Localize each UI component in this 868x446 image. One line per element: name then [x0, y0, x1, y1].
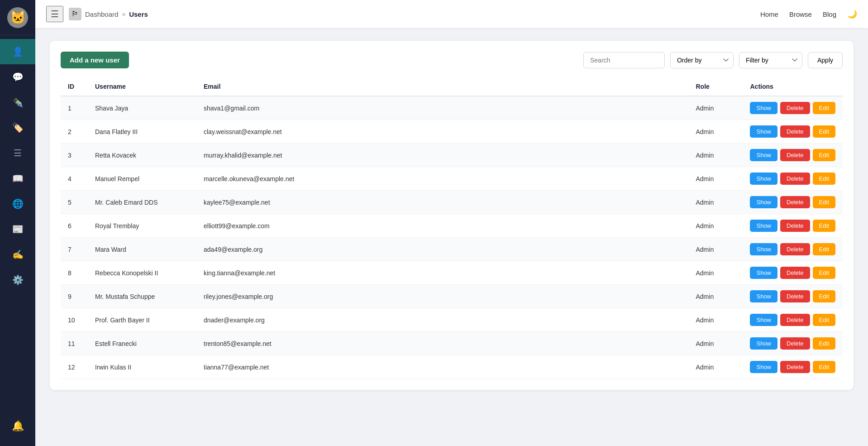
- sidebar-item-news[interactable]: 📰: [0, 216, 35, 242]
- show-button[interactable]: Show: [750, 102, 777, 114]
- edit-button[interactable]: Edit: [813, 125, 835, 138]
- delete-button[interactable]: Delete: [780, 125, 810, 138]
- globe-icon: 🌐: [12, 198, 24, 209]
- show-button[interactable]: Show: [750, 361, 777, 373]
- list-icon: ☰: [14, 148, 22, 158]
- topbar-left: ☰ 🏳 Dashboard » Users: [46, 6, 148, 22]
- show-button[interactable]: Show: [750, 337, 777, 350]
- avatar[interactable]: 🐱: [7, 7, 28, 28]
- cell-username: Dana Flatley III: [88, 120, 196, 144]
- edit-button[interactable]: Edit: [813, 149, 835, 161]
- breadcrumb: 🏳 Dashboard » Users: [69, 8, 148, 20]
- delete-button[interactable]: Delete: [780, 196, 810, 208]
- cell-id: 9: [61, 285, 88, 308]
- show-button[interactable]: Show: [750, 196, 777, 208]
- cell-email: trenton85@example.net: [196, 332, 688, 355]
- apply-button[interactable]: Apply: [808, 52, 843, 68]
- table-row: 2 Dana Flatley III clay.weissnat@example…: [61, 120, 843, 144]
- table-row: 9 Mr. Mustafa Schuppe riley.jones@exampl…: [61, 285, 843, 308]
- show-button[interactable]: Show: [750, 149, 777, 161]
- col-header-id: ID: [61, 77, 88, 96]
- filter-by-select[interactable]: Filter by: [739, 52, 802, 68]
- alert-icon: 🔔: [12, 420, 24, 432]
- delete-button[interactable]: Delete: [780, 337, 810, 350]
- table-row: 8 Rebecca Konopelski II king.tianna@exam…: [61, 261, 843, 285]
- edit-button[interactable]: Edit: [813, 102, 835, 114]
- cell-actions: Show Delete Edit: [743, 261, 843, 285]
- show-button[interactable]: Show: [750, 243, 777, 255]
- nav-home[interactable]: Home: [760, 10, 778, 18]
- delete-button[interactable]: Delete: [780, 173, 810, 185]
- edit-button[interactable]: Edit: [813, 173, 835, 185]
- cell-username: Mr. Caleb Emard DDS: [88, 191, 196, 214]
- cell-role: Admin: [688, 308, 743, 332]
- sidebar-item-settings[interactable]: ⚙️: [0, 267, 35, 293]
- sidebar-item-message[interactable]: 💬: [0, 64, 35, 90]
- cell-role: Admin: [688, 96, 743, 120]
- delete-button[interactable]: Delete: [780, 290, 810, 302]
- cell-email: kaylee75@example.net: [196, 191, 688, 214]
- sidebar-item-list[interactable]: ☰: [0, 140, 35, 166]
- main-area: ☰ 🏳 Dashboard » Users Home Browse Blog 🌙…: [35, 0, 868, 446]
- cell-role: Admin: [688, 214, 743, 238]
- nav-blog[interactable]: Blog: [823, 10, 836, 18]
- toolbar: Add a new user Order by Filter by Apply: [61, 52, 843, 68]
- cell-email: king.tianna@example.net: [196, 261, 688, 285]
- sidebar-item-user[interactable]: 👤: [0, 39, 35, 64]
- edit-button[interactable]: Edit: [813, 314, 835, 326]
- cell-email: shava1@gmail.com: [196, 96, 688, 120]
- breadcrumb-dashboard: Dashboard: [85, 10, 118, 18]
- sidebar: 🐱 👤 💬 ✒️ 🏷️ ☰ 📖 🌐 📰 ✍️ ⚙️: [0, 0, 35, 446]
- message-icon: 💬: [12, 72, 24, 82]
- dark-mode-toggle[interactable]: 🌙: [847, 9, 857, 19]
- cell-email: tianna77@example.net: [196, 355, 688, 379]
- cell-actions: Show Delete Edit: [743, 120, 843, 144]
- edit-button[interactable]: Edit: [813, 267, 835, 279]
- table-body: 1 Shava Jaya shava1@gmail.com Admin Show…: [61, 96, 843, 379]
- delete-button[interactable]: Delete: [780, 102, 810, 114]
- sidebar-nav: 👤 💬 ✒️ 🏷️ ☰ 📖 🌐 📰 ✍️ ⚙️: [0, 35, 35, 293]
- cell-actions: Show Delete Edit: [743, 308, 843, 332]
- cell-actions: Show Delete Edit: [743, 214, 843, 238]
- edit-button[interactable]: Edit: [813, 337, 835, 350]
- show-button[interactable]: Show: [750, 125, 777, 138]
- add-user-button[interactable]: Add a new user: [61, 52, 129, 68]
- delete-button[interactable]: Delete: [780, 267, 810, 279]
- col-header-actions: Actions: [743, 77, 843, 96]
- delete-button[interactable]: Delete: [780, 220, 810, 232]
- col-header-role: Role: [688, 77, 743, 96]
- edit-button[interactable]: Edit: [813, 290, 835, 302]
- hamburger-button[interactable]: ☰: [46, 6, 63, 22]
- search-input[interactable]: [583, 52, 665, 68]
- nav-browse[interactable]: Browse: [789, 10, 812, 18]
- sidebar-item-tag[interactable]: 🏷️: [0, 115, 35, 140]
- delete-button[interactable]: Delete: [780, 243, 810, 255]
- sidebar-item-edit[interactable]: ✍️: [0, 242, 35, 267]
- topbar: ☰ 🏳 Dashboard » Users Home Browse Blog 🌙: [35, 0, 868, 28]
- show-button[interactable]: Show: [750, 314, 777, 326]
- cell-actions: Show Delete Edit: [743, 238, 843, 261]
- delete-button[interactable]: Delete: [780, 149, 810, 161]
- show-button[interactable]: Show: [750, 267, 777, 279]
- edit-button[interactable]: Edit: [813, 361, 835, 373]
- sidebar-item-book[interactable]: 📖: [0, 166, 35, 191]
- show-button[interactable]: Show: [750, 290, 777, 302]
- sidebar-item-alert[interactable]: 🔔: [0, 413, 35, 439]
- show-button[interactable]: Show: [750, 220, 777, 232]
- sidebar-item-globe[interactable]: 🌐: [0, 191, 35, 216]
- edit-button[interactable]: Edit: [813, 196, 835, 208]
- delete-button[interactable]: Delete: [780, 361, 810, 373]
- edit-icon: ✍️: [12, 249, 24, 260]
- cell-actions: Show Delete Edit: [743, 96, 843, 120]
- cell-email: elliott99@example.com: [196, 214, 688, 238]
- cell-id: 2: [61, 120, 88, 144]
- edit-button[interactable]: Edit: [813, 220, 835, 232]
- cell-email: murray.khalid@example.net: [196, 144, 688, 167]
- delete-button[interactable]: Delete: [780, 314, 810, 326]
- show-button[interactable]: Show: [750, 173, 777, 185]
- order-by-select[interactable]: Order by: [670, 52, 734, 68]
- sidebar-item-pen[interactable]: ✒️: [0, 90, 35, 115]
- table-row: 5 Mr. Caleb Emard DDS kaylee75@example.n…: [61, 191, 843, 214]
- cell-role: Admin: [688, 144, 743, 167]
- edit-button[interactable]: Edit: [813, 243, 835, 255]
